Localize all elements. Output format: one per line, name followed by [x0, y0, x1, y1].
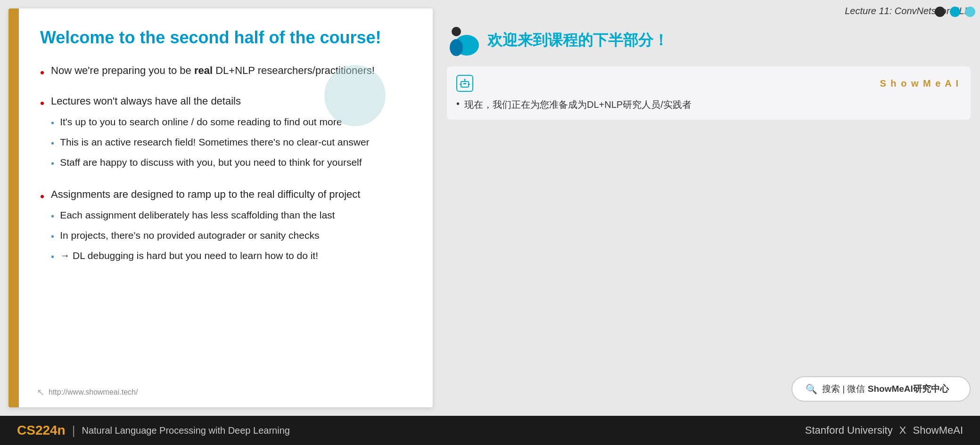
circle-decoration	[324, 65, 386, 126]
search-box[interactable]: 🔍 搜索 | 微信 ShowMeAI研究中心	[791, 376, 971, 402]
translation-box: S h o w M e A I • 现在，我们正在为您准备成为DL+NLP研究人…	[447, 66, 971, 120]
top-dots	[935, 7, 975, 17]
course-subtitle: Natural Language Processing with Deep Le…	[82, 425, 289, 436]
sub-bullet-3-2: • In projects, there's no provided autog…	[51, 228, 409, 243]
cursor-icon: ↖	[37, 387, 45, 398]
bullet-dot-1: •	[40, 64, 44, 82]
bullet-dot-3: •	[40, 187, 44, 206]
dot-teal-light	[965, 7, 975, 17]
translated-content: 现在，我们正在为您准备成为DL+NLP研究人员/实践者	[464, 98, 692, 111]
svg-point-2	[450, 39, 463, 56]
slide-accent-bar	[8, 8, 19, 407]
right-panel: Lecture 11: ConvNets for NLP 欢迎来到课程的下半部分…	[433, 0, 980, 416]
sub-list-3: • Each assignment deliberately has less …	[51, 208, 409, 264]
slide-url: ↖ http://www.showmeai.tech/	[37, 387, 138, 398]
x-separator: X	[899, 424, 906, 436]
slide-title: Welcome to the second half of the course…	[40, 27, 409, 48]
search-bar: 🔍 搜索 | 微信 ShowMeAI研究中心	[447, 376, 971, 406]
sub-bullet-3-1: • Each assignment deliberately has less …	[51, 208, 409, 223]
svg-rect-6	[463, 83, 465, 84]
bottom-left: CS224n | Natural Language Processing wit…	[17, 423, 290, 438]
search-icon: 🔍	[806, 383, 817, 395]
sub-bullet-2-3: • Staff are happy to discuss with you, b…	[51, 155, 409, 170]
sub-bullet-3-3: • → DL debugging is hard but you need to…	[51, 248, 409, 264]
lecture-title: Lecture 11: ConvNets for NLP	[447, 0, 971, 20]
translation-box-header: S h o w M e A I	[456, 75, 959, 92]
stanford-text: Stanford University	[805, 424, 893, 436]
bullet-dot-2: •	[40, 94, 44, 113]
translation-text: • 现在，我们正在为您准备成为DL+NLP研究人员/实践者	[456, 98, 959, 111]
divider: |	[72, 423, 75, 438]
bullet-text-3: Assignments are designed to ramp up to t…	[51, 186, 409, 268]
svg-rect-5	[461, 81, 469, 87]
chinese-title: 欢迎来到课程的下半部分！	[487, 30, 668, 51]
svg-point-0	[452, 27, 461, 36]
robot-icon	[456, 75, 473, 92]
showmeai-brand: S h o w M e A I	[880, 78, 959, 89]
bottom-right: Stanford University X ShowMeAI	[805, 424, 963, 437]
svg-rect-7	[465, 83, 466, 84]
bottom-bar: CS224n | Natural Language Processing wit…	[0, 416, 980, 445]
slide-panel: Welcome to the second half of the course…	[8, 8, 433, 407]
search-text: 搜索 | 微信 ShowMeAI研究中心	[822, 383, 949, 395]
dot-teal	[950, 7, 960, 17]
course-code: CS224n	[17, 423, 66, 438]
showmeai-bottom-brand: ShowMeAI	[913, 424, 963, 436]
dot-dark	[935, 7, 945, 17]
chinese-header: 欢迎来到课程的下半部分！	[447, 24, 971, 57]
showmeai-logo	[447, 24, 480, 57]
bullet-item-3: • Assignments are designed to ramp up to…	[40, 186, 409, 268]
sub-bullet-2-2: • This is an active research field! Some…	[51, 135, 409, 150]
svg-point-9	[464, 79, 466, 80]
